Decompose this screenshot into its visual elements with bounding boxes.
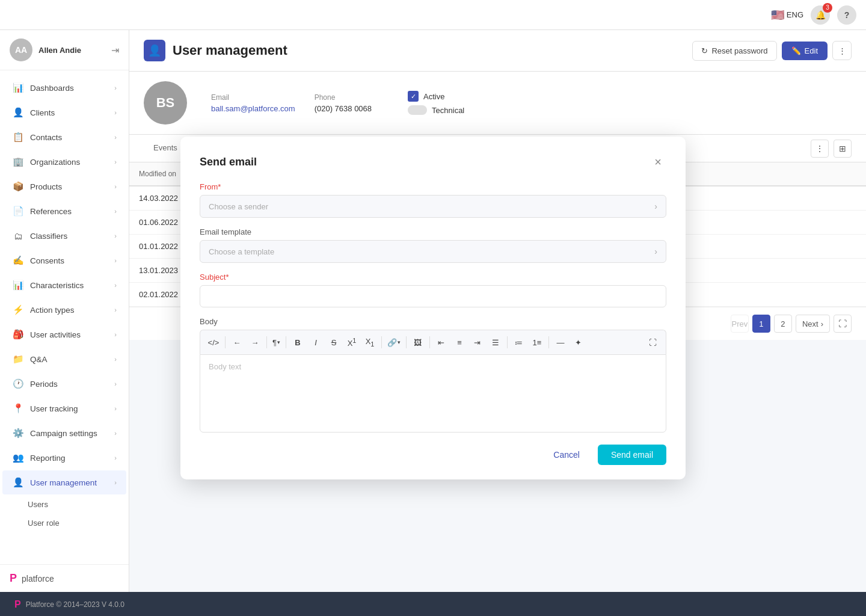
edit-button[interactable]: ✏️ Edit: [782, 42, 828, 60]
active-label: Active: [423, 92, 444, 101]
sidebar-item-label: Characteristics: [30, 281, 84, 290]
email-field: Email ball.sam@platforce.com: [211, 93, 295, 113]
column-options-button[interactable]: ⋮: [811, 140, 829, 158]
prev-label: Prev: [732, 319, 748, 328]
dropdown-chevron-icon: ▾: [277, 339, 280, 345]
sidebar-item-label: Action types: [30, 306, 75, 315]
body-placeholder: Body text: [209, 362, 241, 371]
redo-button[interactable]: →: [247, 334, 263, 351]
from-placeholder: Choose a sender: [209, 202, 268, 211]
expand-table-button[interactable]: ⛶: [834, 315, 852, 333]
undo-button[interactable]: ←: [229, 334, 245, 351]
technical-label: Technical: [432, 106, 464, 115]
user-info-bar: BS Email ball.sam@platforce.com Phone (0…: [129, 72, 866, 135]
sidebar-item-label: Dashboards: [30, 84, 74, 93]
email-template-field: Email template Choose a template ›: [200, 227, 666, 263]
sidebar-item-dashboards[interactable]: 📊 Dashboards ›: [2, 76, 126, 100]
close-modal-button[interactable]: ×: [650, 153, 666, 170]
image-icon: 🖼: [414, 338, 422, 347]
page-2-button[interactable]: 2: [774, 315, 792, 333]
sidebar-item-clients[interactable]: 👤 Clients ›: [2, 100, 126, 125]
template-select[interactable]: Choose a template ›: [200, 240, 666, 263]
user-details: Email ball.sam@platforce.com Phone (020)…: [211, 93, 372, 113]
sidebar-item-characteristics[interactable]: 📊 Characteristics ›: [2, 273, 126, 297]
sidebar-item-contacts[interactable]: 📋 Contacts ›: [2, 125, 126, 149]
chevron-right-icon: ›: [114, 479, 117, 486]
sidebar-item-periods[interactable]: 🕐 Periods ›: [2, 372, 126, 396]
strikethrough-button[interactable]: S: [325, 334, 342, 351]
hr-icon: —: [556, 338, 564, 347]
chevron-right-icon: ›: [114, 356, 117, 363]
editor-body[interactable]: Body text: [200, 354, 666, 433]
sidebar-item-classifiers[interactable]: 🗂 Classifiers ›: [2, 224, 126, 248]
from-select[interactable]: Choose a sender ›: [200, 195, 666, 218]
link-icon: 🔗: [387, 338, 397, 347]
user-management-icon: 👤: [12, 476, 24, 488]
clear-format-button[interactable]: ✦: [570, 334, 587, 351]
subscript-button[interactable]: X1: [361, 334, 378, 351]
chevron-right-icon: ›: [114, 183, 117, 190]
align-right-icon: ⇥: [474, 338, 481, 347]
code-button[interactable]: </>: [205, 334, 222, 351]
notifications-button[interactable]: 🔔 3: [811, 5, 830, 25]
technical-toggle[interactable]: [408, 105, 427, 115]
align-right-button[interactable]: ⇥: [469, 334, 486, 351]
chevron-right-icon: ›: [114, 331, 117, 338]
prev-page-button[interactable]: Prev: [731, 315, 749, 333]
send-email-button[interactable]: Send email: [598, 445, 666, 465]
table-view-button[interactable]: ⊞: [834, 140, 852, 158]
next-page-button[interactable]: Next ›: [796, 315, 830, 333]
sidebar-item-label: Products: [30, 182, 62, 191]
hr-button[interactable]: —: [552, 334, 569, 351]
bullet-list-button[interactable]: ≔: [511, 334, 527, 351]
italic-button[interactable]: I: [307, 334, 324, 351]
align-center-button[interactable]: ≡: [451, 334, 468, 351]
cancel-button[interactable]: Cancel: [541, 445, 592, 465]
sidebar-item-label: Clients: [30, 108, 55, 117]
sidebar-item-user-tracking[interactable]: 📍 User tracking ›: [2, 396, 126, 420]
more-dots-icon: ⋮: [838, 46, 846, 55]
notification-badge: 3: [823, 3, 832, 13]
reset-password-button[interactable]: ↻ Reset password: [692, 41, 776, 61]
ordered-list-button[interactable]: 1≡: [529, 334, 545, 351]
sidebar-item-consents[interactable]: ✍️ Consents ›: [2, 248, 126, 273]
help-button[interactable]: ?: [837, 5, 856, 25]
sidebar-item-label: Reporting: [30, 454, 66, 463]
page-title-icon: 👤: [144, 40, 165, 61]
align-justify-icon: ☰: [492, 338, 499, 347]
align-justify-button[interactable]: ☰: [487, 334, 504, 351]
sidebar-item-campaign-settings[interactable]: ⚙️ Campaign settings ›: [2, 421, 126, 445]
link-dropdown[interactable]: 🔗 ▾: [385, 337, 403, 348]
more-options-button[interactable]: ⋮: [832, 41, 852, 60]
paragraph-icon: ¶: [272, 338, 277, 347]
logout-icon[interactable]: ⇥: [111, 45, 119, 56]
sidebar-subitem-users[interactable]: Users: [0, 495, 129, 514]
active-status: ✓ Active: [408, 91, 464, 102]
bold-button[interactable]: B: [289, 334, 306, 351]
ordered-list-icon: 1≡: [533, 338, 542, 347]
image-button[interactable]: 🖼: [410, 334, 426, 351]
bold-icon: B: [295, 338, 300, 347]
sidebar-item-references[interactable]: 📄 References ›: [2, 199, 126, 223]
sidebar-item-qa[interactable]: 📁 Q&A ›: [2, 347, 126, 371]
fullscreen-button[interactable]: ⛶: [644, 334, 661, 351]
sidebar-item-action-types[interactable]: ⚡ Action types ›: [2, 298, 126, 322]
email-template-label: Email template: [200, 227, 666, 236]
sidebar-item-label: Q&A: [30, 355, 48, 364]
page-1-button[interactable]: 1: [752, 315, 770, 333]
sidebar-subitem-user-role[interactable]: User role: [0, 514, 129, 532]
page-actions: ↻ Reset password ✏️ Edit ⋮: [692, 41, 852, 61]
language-selector[interactable]: 🇺🇸 ENG: [771, 8, 803, 22]
sidebar-item-user-activities[interactable]: 🎒 User activities ›: [2, 322, 126, 346]
paragraph-dropdown[interactable]: ¶ ▾: [270, 337, 283, 348]
sidebar-item-user-management[interactable]: 👤 User management ›: [2, 470, 126, 494]
superscript-button[interactable]: X1: [343, 334, 360, 351]
sidebar-item-reporting[interactable]: 👥 Reporting ›: [2, 446, 126, 470]
sidebar-item-products[interactable]: 📦 Products ›: [2, 174, 126, 199]
subject-input[interactable]: [200, 285, 666, 307]
sidebar-item-organizations[interactable]: 🏢 Organizations ›: [2, 150, 126, 174]
chevron-right-icon: ›: [654, 202, 657, 211]
email-value: ball.sam@platforce.com: [211, 104, 295, 113]
bullet-list-icon: ≔: [515, 338, 523, 347]
align-left-button[interactable]: ⇤: [433, 334, 450, 351]
